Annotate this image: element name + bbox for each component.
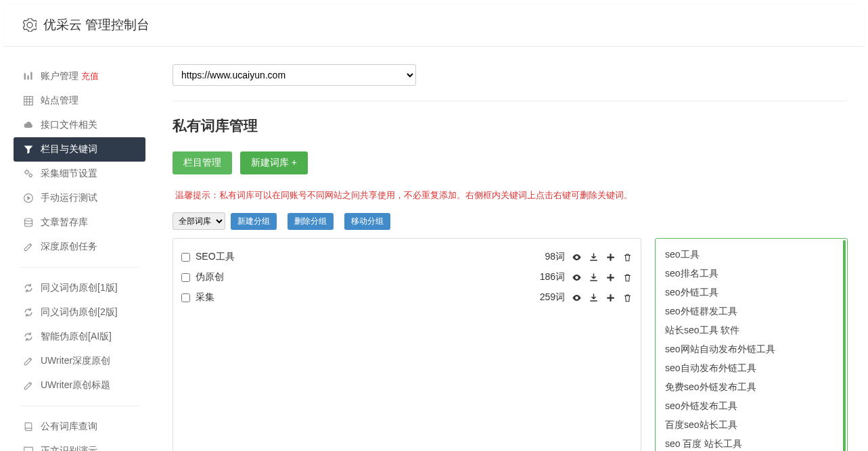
wordlib-name[interactable]: SEO工具 [196, 251, 545, 263]
wordlib-count: 98词 [545, 251, 565, 263]
sidebar-item[interactable]: 公有词库查询 [14, 414, 145, 439]
delete-group-button[interactable]: 删除分组 [288, 213, 334, 230]
download-icon[interactable] [589, 293, 599, 303]
bars-icon [23, 71, 34, 82]
monitor-icon [23, 446, 34, 451]
keyword-item[interactable]: seo排名工具 [665, 264, 843, 283]
divider [173, 101, 848, 101]
sidebar-item[interactable]: 同义词伪原创[1版] [14, 276, 145, 300]
wordlib-checkbox[interactable] [181, 293, 190, 302]
new-wordlib-button[interactable]: 新建词库 + [240, 151, 308, 174]
sidebar-item-label: 接口文件相关 [41, 119, 97, 131]
keyword-item[interactable]: seo外链工具 [665, 283, 843, 302]
sidebar-item[interactable]: 接口文件相关 [14, 113, 145, 137]
sidebar-item-label: 同义词伪原创[1版] [41, 282, 118, 294]
nav-divider [20, 406, 139, 406]
wordlib-name[interactable]: 采集 [196, 291, 540, 304]
keyword-item[interactable]: seo 百度 站长工具 [665, 435, 843, 451]
wordlib-checkbox[interactable] [181, 273, 190, 282]
column-manage-button[interactable]: 栏目管理 [173, 151, 232, 174]
sidebar-item-label: 公有词库查询 [41, 421, 97, 433]
sidebar-item[interactable]: 手动运行测试 [14, 186, 145, 210]
sidebar-item-label: 同义词伪原创[2版] [41, 306, 118, 318]
sidebar-item[interactable]: 正文识别演示 [14, 439, 145, 451]
sidebar-badge: 充值 [81, 70, 99, 82]
sidebar-item[interactable]: 站点管理 [14, 89, 145, 113]
sidebar: 账户管理充值站点管理接口文件相关栏目与关键词采集细节设置手动运行测试文章暂存库深… [7, 51, 152, 451]
delete-icon[interactable] [622, 252, 633, 262]
refresh-icon [23, 283, 34, 293]
view-icon[interactable] [572, 272, 582, 283]
sidebar-item-label: 正文识别演示 [41, 445, 97, 451]
refresh-icon [23, 307, 34, 318]
wordlib-count: 259词 [540, 291, 565, 304]
sidebar-item-label: 采集细节设置 [41, 168, 97, 180]
sidebar-item[interactable]: 智能伪原创[AI版] [14, 325, 145, 349]
sidebar-item-label: UWriter原创标题 [41, 379, 110, 391]
sidebar-item-label: UWriter深度原创 [41, 355, 110, 367]
view-icon[interactable] [572, 293, 582, 303]
sidebar-item-label: 站点管理 [41, 95, 78, 107]
keyword-item[interactable]: 百度seo站长工具 [665, 416, 843, 435]
download-icon[interactable] [589, 272, 599, 283]
keyword-item[interactable]: seo外链发布工具 [665, 397, 843, 416]
keyword-item[interactable]: 免费seo外链发布工具 [665, 378, 843, 397]
download-icon[interactable] [589, 252, 599, 262]
wordlib-row: SEO工具98词 [181, 247, 633, 267]
group-toolbar: 全部词库 新建分组 删除分组 移动分组 [173, 212, 848, 230]
keyword-item[interactable]: seo自动发布外链工具 [665, 359, 843, 378]
keyword-item[interactable]: seo外链群发工具 [665, 302, 843, 321]
sidebar-item-label: 智能伪原创[AI版] [41, 331, 112, 343]
keyword-item[interactable]: seo工具 [665, 245, 843, 264]
view-icon[interactable] [572, 252, 582, 262]
sidebar-item[interactable]: 深度原创任务 [14, 235, 145, 259]
scrollbar[interactable] [843, 240, 846, 451]
sidebar-item[interactable]: 采集细节设置 [14, 162, 145, 186]
keyword-item[interactable]: seo网站自动发布外链工具 [665, 340, 843, 359]
sidebar-item[interactable]: 同义词伪原创[2版] [14, 300, 145, 325]
add-icon[interactable] [606, 293, 616, 303]
sidebar-item-label: 账户管理 [41, 70, 78, 82]
move-group-button[interactable]: 移动分组 [344, 213, 390, 230]
edit-icon [23, 241, 34, 252]
sidebar-item[interactable]: 账户管理充值 [14, 64, 145, 89]
add-icon[interactable] [606, 272, 616, 283]
wordlib-name[interactable]: 伪原创 [196, 271, 540, 283]
site-select[interactable]: https://www.ucaiyun.com [173, 64, 416, 86]
nav-divider [20, 267, 139, 268]
stack-icon [23, 217, 34, 228]
group-select[interactable]: 全部词库 [173, 212, 225, 230]
sidebar-item-label: 文章暂存库 [41, 216, 88, 229]
wordlib-list-panel: SEO工具98词伪原创186词采集259词 [173, 238, 641, 451]
delete-icon[interactable] [622, 293, 633, 303]
wordlib-checkbox[interactable] [181, 253, 190, 262]
sidebar-item[interactable]: 文章暂存库 [14, 210, 145, 235]
play-icon [23, 193, 34, 204]
sidebar-item[interactable]: 栏目与关键词 [14, 137, 145, 162]
wordlib-row: 采集259词 [181, 287, 633, 308]
keyword-item[interactable]: 站长seo工具 软件 [665, 321, 843, 340]
edit-icon [23, 356, 34, 366]
refresh-icon [23, 331, 34, 342]
grid-icon [23, 95, 34, 106]
main-content: https://www.ucaiyun.com 私有词库管理 栏目管理 新建词库… [152, 51, 868, 451]
gear-icon [23, 18, 37, 32]
action-buttons: 栏目管理 新建词库 + [173, 151, 848, 174]
keyword-list-panel: seo工具seo排名工具seo外链工具seo外链群发工具站长seo工具 软件se… [655, 238, 848, 451]
sidebar-item-label: 栏目与关键词 [41, 143, 97, 156]
sidebar-item[interactable]: UWriter深度原创 [14, 349, 145, 373]
sidebar-item-label: 手动运行测试 [41, 192, 97, 204]
edit-icon [23, 380, 34, 391]
new-group-button[interactable]: 新建分组 [231, 213, 277, 230]
wordlib-row: 伪原创186词 [181, 267, 633, 287]
book-icon [23, 421, 34, 432]
add-icon[interactable] [606, 252, 616, 262]
cloud-icon [23, 120, 34, 130]
wordlib-count: 186词 [540, 271, 565, 283]
header: 优采云 管理控制台 [4, 4, 864, 47]
sidebar-item-label: 深度原创任务 [41, 241, 97, 253]
cogs-icon [23, 168, 34, 179]
delete-icon[interactable] [622, 272, 633, 283]
header-title: 优采云 管理控制台 [43, 16, 150, 34]
sidebar-item[interactable]: UWriter原创标题 [14, 373, 145, 398]
